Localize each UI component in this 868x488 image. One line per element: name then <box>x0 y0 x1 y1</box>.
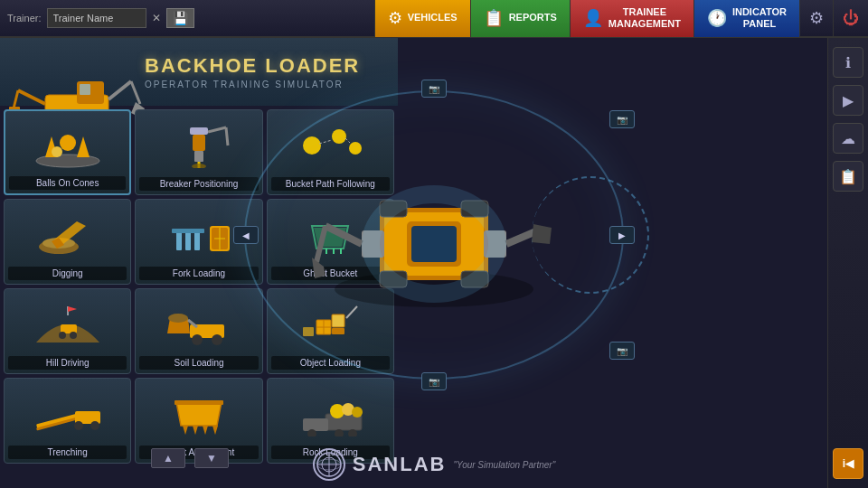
vehicle-topdown-svg <box>307 145 561 325</box>
svg-line-85 <box>316 226 326 262</box>
trainer-area: Trainer: ✕ 💾 <box>0 8 202 28</box>
nav-item-trainee[interactable]: 👤 TRAINEEMANAGEMENT <box>570 0 693 37</box>
doc-button[interactable]: 📋 <box>833 161 863 192</box>
far-right-panel: ℹ ▶ ☁ 📋 i◀ <box>827 38 868 488</box>
sanlab-logo-icon <box>313 448 345 481</box>
power-button[interactable]: ⏻ <box>833 0 868 37</box>
clear-trainer-icon[interactable]: ✕ <box>152 12 161 24</box>
vehicle-view: 📷 📷 ▶ ◀ 📷 📷 <box>0 36 868 434</box>
video-icon: ▶ <box>843 92 854 109</box>
trainee-label: TRAINEEMANAGEMENT <box>609 6 681 30</box>
svg-line-84 <box>326 226 362 244</box>
camera-right-top[interactable]: 📷 <box>609 110 635 128</box>
settings-button[interactable]: ⚙ <box>799 0 833 37</box>
camera-right-bottom[interactable]: 📷 <box>609 342 635 360</box>
camera-top[interactable]: 📷 <box>421 80 447 98</box>
vehicles-icon: ⚙ <box>388 8 402 28</box>
svg-rect-82 <box>411 226 457 262</box>
trainer-label: Trainer: <box>7 13 42 23</box>
sanlab-text: SANLAB <box>353 453 447 476</box>
sanlab-footer: SANLAB "Your Simulation Partner" <box>0 448 868 481</box>
camera-left[interactable]: ◀ <box>233 226 259 244</box>
nav-item-vehicles[interactable]: ⚙ VEHICLES <box>374 0 470 37</box>
save-button[interactable]: 💾 <box>166 8 194 28</box>
power-icon: ⏻ <box>843 9 859 28</box>
info-expand-button[interactable]: i◀ <box>833 448 863 479</box>
trainer-input[interactable] <box>47 8 146 28</box>
vehicles-label: VEHICLES <box>408 12 458 23</box>
nav-item-reports[interactable]: 📋 REPORTS <box>470 0 570 37</box>
video-button[interactable]: ▶ <box>833 85 863 116</box>
camera-arc <box>532 176 649 294</box>
settings-icon: ⚙ <box>809 8 824 28</box>
nav-item-indicator[interactable]: 🕐 INDICATORPANEL <box>693 0 799 37</box>
reports-label: REPORTS <box>509 12 557 23</box>
sanlab-logo-svg <box>316 451 343 478</box>
camera-bottom[interactable]: 📷 <box>421 372 447 390</box>
sanlab-tagline: "Your Simulation Partner" <box>453 460 555 470</box>
info-icon: ℹ <box>845 54 851 71</box>
info-button[interactable]: ℹ <box>833 47 863 78</box>
doc-icon: 📋 <box>839 168 857 185</box>
cloud-icon: ☁ <box>841 130 855 147</box>
trainee-icon: 👤 <box>583 8 603 28</box>
indicator-icon: 🕐 <box>707 8 727 28</box>
top-bar: Trainer: ✕ 💾 ⚙ VEHICLES 📋 REPORTS 👤 TRAI… <box>0 0 868 38</box>
nav-items: ⚙ VEHICLES 📋 REPORTS 👤 TRAINEEMANAGEMENT… <box>374 0 868 37</box>
reports-icon: 📋 <box>484 8 504 28</box>
expand-icon: i◀ <box>843 457 854 470</box>
vehicle-ellipse: 📷 📷 ▶ ◀ 📷 📷 <box>244 90 624 380</box>
cloud-button[interactable]: ☁ <box>833 123 863 154</box>
indicator-label: INDICATORPANEL <box>732 6 787 30</box>
